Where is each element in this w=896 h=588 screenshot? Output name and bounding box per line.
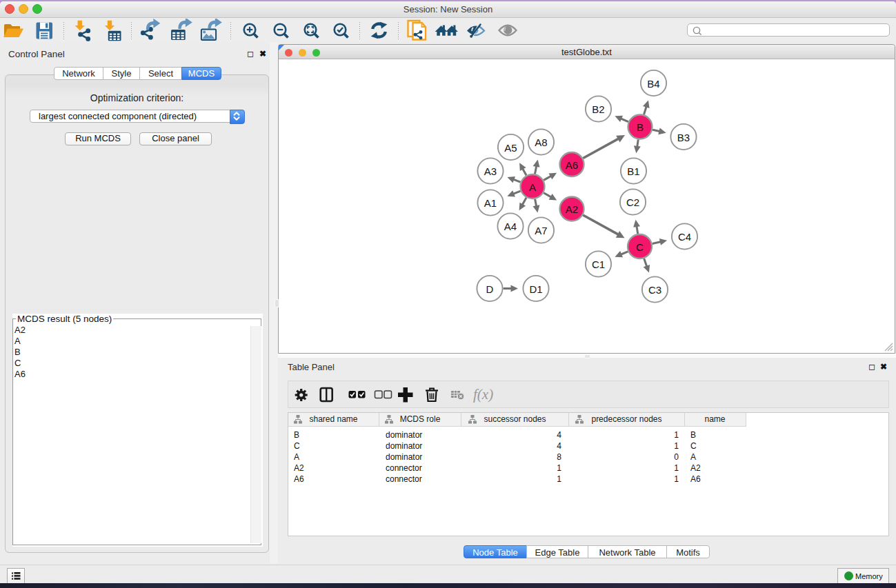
svg-text:A8: A8 <box>535 136 547 148</box>
svg-text:A1: A1 <box>484 197 497 209</box>
svg-text:C1: C1 <box>592 258 605 270</box>
svg-text:B1: B1 <box>627 165 639 177</box>
svg-text:A4: A4 <box>504 221 517 232</box>
svg-text:C: C <box>636 241 644 253</box>
svg-text:A3: A3 <box>484 165 497 177</box>
svg-text:A: A <box>529 181 536 193</box>
svg-text:C3: C3 <box>648 284 661 296</box>
svg-text:C2: C2 <box>626 196 639 208</box>
svg-text:f(x): f(x) <box>473 386 493 403</box>
svg-text:B2: B2 <box>592 103 604 115</box>
svg-text:C4: C4 <box>678 231 691 243</box>
svg-text:D: D <box>486 283 494 295</box>
svg-text:A7: A7 <box>535 225 547 236</box>
svg-text:A2: A2 <box>566 203 578 215</box>
svg-text:A5: A5 <box>504 142 517 154</box>
svg-text:D1: D1 <box>529 283 542 295</box>
svg-text:A6: A6 <box>566 159 578 171</box>
svg-text:B3: B3 <box>677 132 690 143</box>
svg-text:B4: B4 <box>647 78 659 90</box>
svg-text:B: B <box>637 121 644 133</box>
